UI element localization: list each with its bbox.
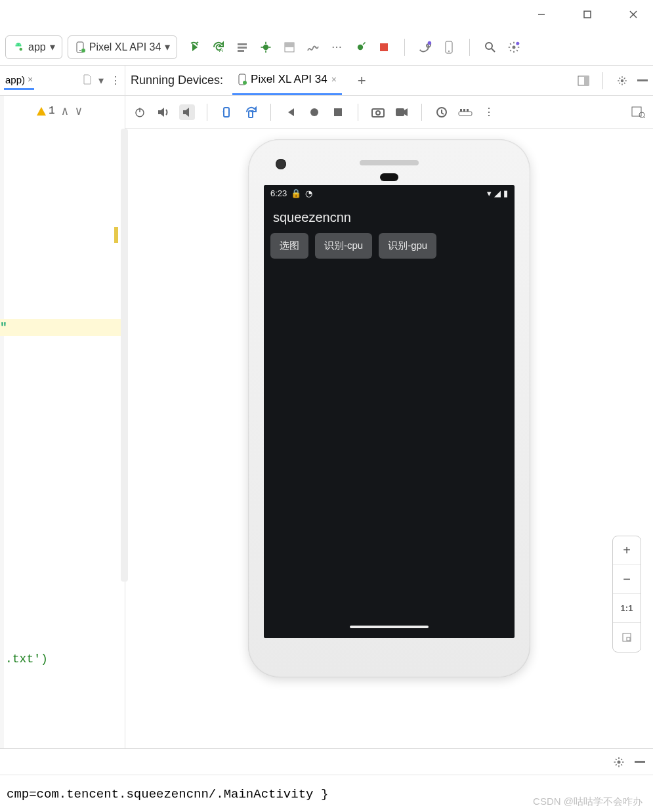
lock-icon: 🔒 (291, 188, 301, 198)
recognize-gpu-button[interactable]: 识别-gpu (379, 233, 436, 259)
zoom-out-button[interactable]: − (613, 565, 641, 594)
hide-icon[interactable] (637, 79, 648, 82)
svg-rect-53 (627, 637, 630, 641)
device-view: 6:23 🔒 ◔ ▾ ◢ ▮ squeezencnn 选图 识别-cpu 识别 (125, 129, 653, 748)
svg-rect-39 (249, 111, 253, 118)
more-icon[interactable]: ⋮ (110, 74, 121, 87)
volume-up-icon[interactable] (156, 104, 171, 120)
svg-rect-38 (224, 108, 229, 117)
toolbar-separator (404, 39, 405, 56)
apply-code-changes-icon[interactable] (235, 40, 249, 54)
chevron-down-icon: ▾ (50, 41, 55, 53)
svg-point-6 (20, 47, 23, 51)
earpiece (360, 160, 419, 165)
avd-manager-icon[interactable] (442, 40, 456, 54)
coverage-icon[interactable] (282, 40, 297, 54)
screenshot-icon[interactable] (370, 104, 386, 120)
warning-icon[interactable] (37, 107, 46, 116)
next-highlight-icon[interactable]: ∨ (75, 104, 82, 118)
close-icon[interactable]: × (331, 74, 337, 85)
running-devices-pane: Running Devices: Pixel XL API 34 × + (125, 66, 653, 748)
app-inspection-icon[interactable]: ⋯ (329, 40, 344, 54)
editor-tab[interactable]: app) × (4, 72, 34, 90)
recognize-cpu-button[interactable]: 识别-cpu (315, 233, 372, 259)
svg-point-34 (621, 79, 624, 82)
power-icon[interactable] (132, 104, 148, 120)
zoom-in-button[interactable]: + (613, 536, 641, 565)
hide-icon[interactable] (635, 761, 645, 763)
rotate-right-icon[interactable] (243, 104, 259, 120)
toolbar-separator (469, 39, 470, 56)
window-title-bar (0, 0, 653, 29)
add-device-icon[interactable]: + (358, 72, 366, 89)
stop-icon[interactable] (377, 40, 391, 54)
window-maximize-button[interactable] (574, 5, 600, 24)
volume-down-icon[interactable] (179, 104, 195, 120)
svg-line-51 (644, 117, 646, 118)
app-buttons-row: 选图 识别-cpu 识别-gpu (264, 233, 515, 259)
home-icon[interactable] (306, 104, 322, 120)
module-selector[interactable]: app ▾ (5, 35, 62, 59)
running-devices-tabbar: Running Devices: Pixel XL API 34 × + (125, 66, 653, 96)
main-toolbar: app ▾ Pixel XL API 34 ▾ A ⋯ (0, 29, 653, 66)
run-icon[interactable] (188, 40, 202, 54)
select-image-button[interactable]: 选图 (270, 233, 308, 259)
gesture-handle[interactable] (350, 626, 429, 628)
rotate-left-icon[interactable] (219, 104, 235, 120)
svg-rect-49 (632, 107, 641, 116)
settings-icon[interactable] (612, 756, 625, 769)
code-editor[interactable]: 1 ∧ ∨ " .txt') (0, 96, 125, 748)
console-line: cmp=com.tencent.squeezencnn/.MainActivit… (7, 787, 328, 801)
svg-point-5 (20, 44, 21, 45)
more-icon[interactable]: ⋮ (481, 104, 497, 120)
debug-icon[interactable] (259, 40, 273, 54)
android-navbar[interactable] (264, 616, 515, 638)
close-icon[interactable]: × (28, 74, 33, 85)
device-tab[interactable]: Pixel XL API 34 × (232, 66, 342, 95)
camera-dot (276, 159, 286, 169)
chevron-down-icon[interactable]: ▾ (98, 74, 104, 87)
device-frame: 6:23 🔒 ◔ ▾ ◢ ▮ squeezencnn 选图 识别-cpu 识别 (248, 139, 530, 677)
back-icon[interactable] (283, 104, 299, 120)
battery-icon: ▮ (503, 188, 508, 198)
debug-status-icon: ◔ (305, 188, 312, 198)
svg-rect-45 (459, 112, 472, 116)
settings-icon[interactable] (507, 40, 521, 54)
separator (207, 104, 207, 121)
svg-rect-42 (372, 109, 384, 117)
device-screen[interactable]: 6:23 🔒 ◔ ▾ ◢ ▮ squeezencnn 选图 识别-cpu 识别 (264, 185, 515, 638)
snapshot-icon[interactable] (434, 104, 450, 120)
running-devices-label: Running Devices: (131, 74, 223, 87)
separator (602, 72, 603, 89)
prev-highlight-icon[interactable]: ∧ (62, 104, 69, 118)
extended-controls-icon[interactable] (457, 104, 473, 120)
record-icon[interactable] (394, 104, 410, 120)
window-close-button[interactable] (620, 5, 646, 24)
svg-point-50 (639, 112, 644, 118)
svg-rect-1 (584, 11, 591, 18)
search-icon[interactable] (483, 40, 497, 54)
scrollbar[interactable] (121, 129, 128, 582)
apply-changes-icon[interactable]: A (211, 40, 226, 54)
window-minimize-button[interactable] (528, 5, 555, 24)
editor-tab-bar: app) × ▾ ⋮ (0, 66, 125, 96)
layout-inspector-icon[interactable] (631, 104, 646, 120)
svg-rect-12 (238, 47, 247, 49)
sync-gradle-icon[interactable] (418, 40, 432, 54)
profiler-icon[interactable] (306, 40, 320, 54)
inspection-bar: 1 ∧ ∨ (3, 100, 125, 118)
window-mode-icon[interactable] (578, 75, 589, 86)
attach-debugger-icon[interactable] (353, 40, 368, 54)
wifi-icon: ▾ (487, 188, 492, 198)
module-selector-label: app (28, 41, 46, 53)
code-highlight-line (0, 319, 125, 336)
watermark: CSDN @咕咕学不会咋办 (533, 796, 642, 808)
settings-icon[interactable] (616, 75, 628, 87)
gutter (0, 96, 4, 748)
device-selector[interactable]: Pixel XL API 34 ▾ (68, 35, 178, 59)
overview-icon[interactable] (330, 104, 346, 120)
fit-screen-button[interactable] (613, 623, 641, 652)
zoom-reset-button[interactable]: 1:1 (613, 594, 641, 623)
file-icon[interactable] (83, 74, 92, 87)
svg-rect-41 (334, 108, 342, 116)
